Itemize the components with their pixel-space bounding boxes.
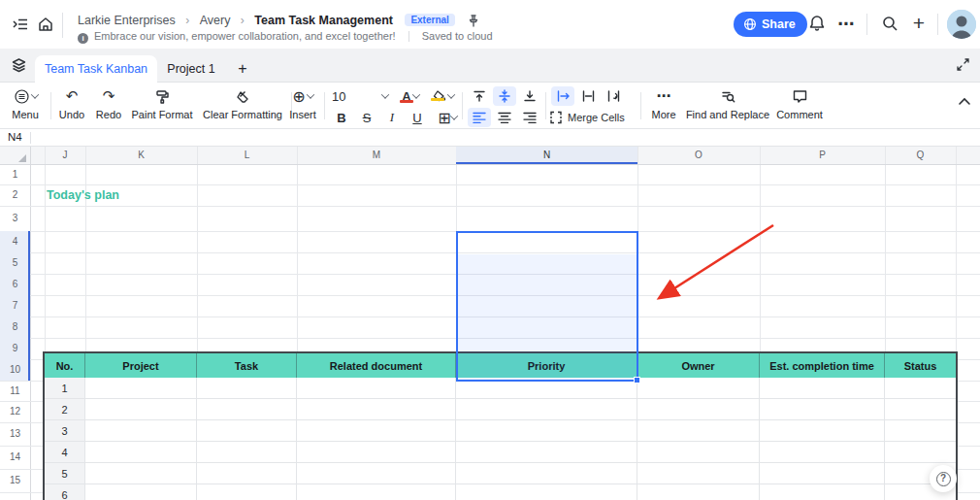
column-header-O[interactable]: O bbox=[637, 147, 760, 164]
find-replace-button[interactable]: Find and Replace bbox=[685, 85, 770, 120]
today-header-cell: Project bbox=[85, 353, 197, 378]
today-header-cell: Est. completion time bbox=[760, 353, 885, 378]
row-header-13[interactable]: 13 bbox=[0, 422, 30, 446]
help-button[interactable]: ? bbox=[930, 465, 957, 492]
row-header-3[interactable]: 3 bbox=[0, 206, 30, 231]
text-overflow-button[interactable] bbox=[551, 86, 574, 106]
text-rotate-icon bbox=[606, 89, 621, 103]
align-left-button[interactable] bbox=[468, 108, 491, 127]
row-header-5[interactable]: 5 bbox=[0, 252, 30, 274]
breadcrumb-item[interactable]: Larkie Enterprises bbox=[78, 14, 176, 27]
today-row-no: 1 bbox=[45, 378, 85, 399]
align-right-button[interactable] bbox=[518, 108, 541, 127]
select-all-corner[interactable] bbox=[18, 154, 26, 162]
row-header-2[interactable]: 2 bbox=[0, 184, 30, 206]
add-sheet-button[interactable]: + bbox=[233, 55, 252, 83]
column-header-K[interactable]: K bbox=[85, 147, 197, 164]
row-header-4[interactable]: 4 bbox=[0, 231, 30, 252]
insert-icon: ⊕ bbox=[292, 87, 305, 106]
saved-status: Saved to cloud bbox=[422, 30, 493, 42]
undo-button[interactable]: ↶ Undo bbox=[54, 85, 89, 120]
text-rotate-button[interactable] bbox=[602, 86, 625, 106]
spreadsheet-app: Larkie Enterprises › Avery › Team Task M… bbox=[0, 0, 980, 500]
more-button[interactable]: ⋯ More bbox=[644, 85, 683, 120]
clear-formatting-icon bbox=[198, 85, 287, 107]
align-right-icon bbox=[523, 112, 537, 123]
row-header-15[interactable]: 15 bbox=[0, 469, 30, 492]
text-wrap-button[interactable] bbox=[576, 86, 600, 106]
more-options-icon[interactable]: ⋯ bbox=[836, 14, 856, 33]
font-size-value: 10 bbox=[332, 89, 345, 104]
tab-project-1[interactable]: Project 1 bbox=[163, 55, 219, 83]
pin-icon[interactable] bbox=[467, 14, 480, 27]
collapse-toolbar-icon[interactable] bbox=[958, 96, 971, 106]
menu-button[interactable]: Menu bbox=[4, 85, 47, 120]
row-header-14[interactable]: 14 bbox=[0, 446, 30, 469]
redo-icon: ↷ bbox=[91, 85, 126, 107]
column-header-J[interactable]: J bbox=[45, 147, 85, 164]
breadcrumb-separator: › bbox=[241, 14, 245, 27]
column-header-L[interactable]: L bbox=[197, 147, 297, 164]
row-header-9[interactable]: 9 bbox=[0, 338, 30, 359]
selection-range-N4-N10 bbox=[456, 231, 638, 382]
search-icon[interactable] bbox=[881, 15, 900, 34]
today-row-no: 2 bbox=[45, 399, 85, 420]
tab-team-task-kanban[interactable]: Team Task Kanban bbox=[35, 55, 157, 83]
bold-button[interactable]: B bbox=[330, 108, 353, 127]
comment-icon bbox=[772, 85, 827, 107]
clear-formatting-button[interactable]: Clear Formatting bbox=[198, 85, 287, 120]
valign-middle-button[interactable] bbox=[493, 86, 516, 106]
row-header-1[interactable]: 1 bbox=[0, 164, 30, 184]
valign-top-button[interactable] bbox=[468, 86, 491, 106]
comment-button[interactable]: Comment bbox=[772, 85, 827, 120]
sheet-tab-bar: Team Task Kanban Project 1 + bbox=[0, 49, 980, 83]
sidebar-toggle-icon[interactable] bbox=[12, 16, 31, 35]
fill-handle[interactable] bbox=[634, 377, 640, 383]
expand-icon[interactable] bbox=[956, 57, 975, 77]
row-header-12[interactable]: 12 bbox=[0, 401, 30, 422]
font-size-select[interactable]: 10 bbox=[328, 86, 392, 106]
name-box[interactable]: N4 bbox=[8, 131, 22, 143]
fill-color-button[interactable] bbox=[427, 86, 458, 106]
text-wrap-icon bbox=[581, 89, 596, 103]
redo-button[interactable]: ↷ Redo bbox=[91, 85, 126, 120]
share-label: Share bbox=[762, 17, 796, 31]
notifications-bell-icon[interactable] bbox=[807, 14, 827, 33]
sheet-grid[interactable]: J K L M N O P Q 1 2 3 4 5 6 7 8 9 10 11 … bbox=[0, 147, 980, 500]
today-row-no: 3 bbox=[45, 420, 85, 442]
row-header-11[interactable]: 11 bbox=[0, 381, 30, 401]
merge-cells-button[interactable]: Merge Cells bbox=[549, 108, 637, 127]
italic-button[interactable]: I bbox=[380, 108, 404, 127]
breadcrumb: Larkie Enterprises › Avery › Team Task M… bbox=[78, 11, 480, 28]
today-plan-title: Today's plan bbox=[47, 184, 119, 206]
breadcrumb-item[interactable]: Avery bbox=[200, 14, 231, 27]
underline-button[interactable]: U bbox=[406, 108, 429, 127]
new-doc-plus-icon[interactable]: + bbox=[909, 12, 929, 31]
insert-button[interactable]: ⊕ Insert bbox=[281, 85, 324, 120]
document-title[interactable]: Team Task Management bbox=[254, 14, 393, 27]
column-header-Q[interactable]: Q bbox=[885, 147, 956, 164]
paint-format-button[interactable]: Paint Format bbox=[128, 85, 196, 120]
strikethrough-button[interactable]: S bbox=[355, 108, 378, 127]
valign-middle-icon bbox=[498, 89, 511, 103]
home-icon[interactable] bbox=[37, 16, 56, 35]
align-left-icon bbox=[473, 112, 486, 123]
font-color-button[interactable]: A bbox=[394, 86, 425, 106]
column-header-M[interactable]: M bbox=[297, 147, 456, 164]
align-center-button[interactable] bbox=[493, 108, 516, 127]
text-overflow-icon bbox=[556, 89, 571, 103]
today-header-cell: Owner bbox=[637, 353, 760, 378]
sheet-list-icon[interactable] bbox=[11, 57, 30, 77]
column-header-P[interactable]: P bbox=[760, 147, 885, 164]
valign-bottom-button[interactable] bbox=[518, 86, 541, 106]
row-header-7[interactable]: 7 bbox=[0, 295, 30, 317]
column-header-N[interactable]: N bbox=[456, 147, 637, 164]
merge-cells-icon bbox=[549, 111, 563, 124]
row-header-8[interactable]: 8 bbox=[0, 317, 30, 338]
borders-button[interactable]: ⊞ bbox=[431, 108, 464, 127]
row-header-10[interactable]: 10 bbox=[0, 359, 30, 381]
share-button[interactable]: Share bbox=[734, 12, 807, 37]
avatar[interactable] bbox=[947, 10, 976, 39]
row-header-6[interactable]: 6 bbox=[0, 274, 30, 295]
undo-icon: ↶ bbox=[54, 85, 89, 107]
